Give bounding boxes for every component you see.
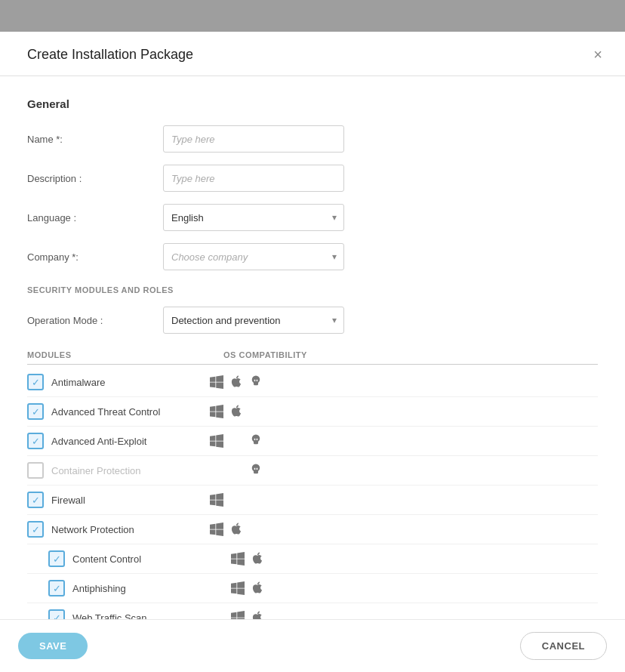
security-section-title: SECURITY MODULES AND ROLES [27, 285, 598, 294]
firewall-label: Firewall [51, 495, 210, 506]
apple-icon [251, 610, 264, 620]
antiphishing-os-icons [231, 581, 264, 596]
windows-icon [210, 434, 223, 448]
np-label: Network Protection [51, 524, 210, 535]
section-divider: SECURITY MODULES AND ROLES [27, 285, 598, 294]
windows-icon [231, 552, 245, 566]
modal-body: General Name *: Description : Language :… [0, 76, 625, 619]
company-select[interactable]: Choose company [163, 243, 344, 270]
apple-icon [229, 522, 243, 538]
modules-header: MODULES OS COMPATIBILITY [27, 346, 598, 365]
antimalware-checkbox[interactable] [27, 374, 44, 390]
np-checkbox[interactable] [27, 521, 44, 538]
apple-icon [251, 551, 264, 567]
aae-checkbox[interactable] [27, 433, 44, 449]
windows-icon [210, 522, 223, 536]
wts-checkbox[interactable] [48, 609, 65, 619]
antimalware-os-icons [210, 375, 263, 390]
apple-icon [229, 375, 243, 390]
operation-mode-select[interactable]: Detection and prevention [163, 307, 344, 334]
modal-wrapper: Create Installation Package × General Na… [0, 0, 625, 672]
modal-dialog: Create Installation Package × General Na… [0, 32, 625, 672]
company-label: Company *: [27, 251, 163, 263]
windows-icon [231, 581, 245, 595]
windows-icon [210, 405, 223, 418]
top-bar [0, 0, 625, 32]
company-row: Company *: Choose company ▾ [27, 243, 598, 270]
antiphishing-label: Antiphishing [72, 583, 231, 594]
atc-checkbox[interactable] [27, 403, 44, 420]
close-button[interactable]: × [589, 45, 607, 63]
linux-icon [249, 375, 263, 390]
operation-mode-label: Operation Mode : [27, 315, 163, 326]
compat-col-header: OS COMPATIBILITY [223, 350, 307, 359]
wts-os-icons [231, 610, 264, 620]
cc-os-icons [231, 551, 264, 567]
module-row: Web Traffic Scan [27, 603, 598, 619]
cp-checkbox[interactable] [27, 462, 44, 479]
wts-label: Web Traffic Scan [72, 612, 231, 620]
cp-os-icons [210, 463, 263, 479]
operation-mode-row: Operation Mode : Detection and preventio… [27, 307, 598, 334]
aae-label: Advanced Anti-Exploit [51, 436, 210, 447]
modal-header: Create Installation Package × [0, 32, 625, 76]
name-input[interactable] [163, 125, 344, 153]
antimalware-label: Antimalware [51, 377, 210, 388]
firewall-os-icons [210, 493, 223, 507]
company-select-wrapper: Choose company ▾ [163, 243, 344, 270]
module-row: Network Protection [27, 515, 598, 544]
description-input[interactable] [163, 165, 344, 192]
atc-label: Advanced Threat Control [51, 406, 210, 418]
cc-checkbox[interactable] [48, 550, 65, 567]
module-row: Antimalware [27, 368, 598, 397]
windows-icon [231, 611, 245, 619]
modal-title: Create Installation Package [27, 47, 193, 63]
modules-col-header: MODULES [27, 350, 223, 359]
cancel-button[interactable]: CANCEL [520, 632, 607, 660]
language-label: Language : [27, 212, 163, 223]
firewall-checkbox[interactable] [27, 492, 44, 508]
module-row: Firewall [27, 486, 598, 515]
apple-icon [229, 404, 243, 420]
linux-icon [249, 463, 263, 479]
cp-label: Container Protection [51, 465, 210, 476]
linux-icon [249, 433, 263, 449]
np-os-icons [210, 522, 243, 538]
apple-icon [251, 581, 264, 596]
windows-icon [210, 493, 223, 507]
general-section-title: General [27, 97, 598, 110]
name-label: Name *: [27, 134, 163, 145]
module-row: Content Control [27, 544, 598, 574]
description-label: Description : [27, 173, 163, 184]
antiphishing-checkbox[interactable] [48, 580, 65, 596]
language-select-wrapper: English ▾ [163, 204, 344, 231]
modal-footer: SAVE CANCEL [0, 619, 625, 672]
language-select[interactable]: English [163, 204, 344, 231]
cc-label: Content Control [72, 553, 231, 565]
module-row: Container Protection [27, 456, 598, 486]
description-row: Description : [27, 165, 598, 192]
save-button[interactable]: SAVE [18, 633, 88, 659]
windows-icon [210, 375, 223, 389]
aae-os-icons [210, 433, 263, 449]
language-row: Language : English ▾ [27, 204, 598, 231]
module-row: Advanced Threat Control [27, 397, 598, 427]
module-row: Advanced Anti-Exploit [27, 427, 598, 456]
atc-os-icons [210, 404, 243, 420]
module-row: Antiphishing [27, 574, 598, 603]
name-row: Name *: [27, 125, 598, 153]
operation-mode-select-wrapper: Detection and prevention ▾ [163, 307, 344, 334]
